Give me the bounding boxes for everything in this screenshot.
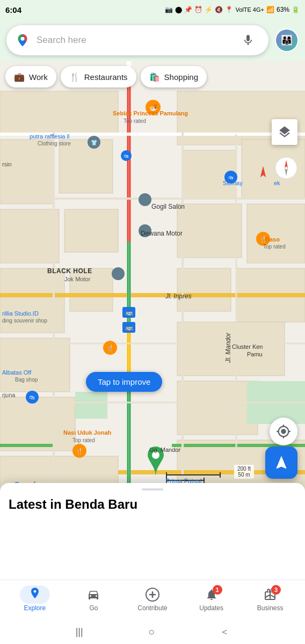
bottom-sheet-title: Latest in Benda Baru [0,497,305,521]
bottom-sheet-handle [142,488,163,491]
search-input[interactable]: Search here [37,35,230,46]
business-badge: 3 [271,585,281,595]
svg-rect-10 [177,204,242,258]
status-bar: 6:04 📷 ⬤ 📌 ⏰ ⚡ 🔇 📍 VolTE 4G+ 📶 63% 🔋 [0,0,305,19]
profile-avatar[interactable]: 👨‍👩‍👧 [275,28,299,52]
scale-bar: 200 ft 50 m [234,465,254,479]
compass-icon[interactable] [275,157,297,179]
pill-work[interactable]: 💼 Work [5,66,56,87]
pill-work-label: Work [29,72,48,82]
svg-point-66 [152,451,159,459]
svg-rect-19 [177,381,258,435]
go-icon [86,587,101,602]
battery-icon: 🔋 [292,6,300,13]
search-bar: Search here 👨‍👩‍👧 [0,19,305,61]
home-button[interactable]: ○ [148,626,155,638]
svg-text:🍴: 🍴 [259,235,267,243]
svg-point-0 [21,37,25,41]
location-button[interactable] [270,418,297,445]
bluetooth-icon: ⚡ [205,6,213,13]
nav-business-label: Business [257,604,284,612]
svg-rect-16 [0,338,70,392]
category-pills: 💼 Work 🍴 Restaurants 🛍️ Shopping [0,61,305,92]
nav-contribute-label: Contribute [137,604,167,612]
svg-text:🚌: 🚌 [125,323,133,331]
svg-point-59 [112,267,125,280]
svg-text:👕: 👕 [91,139,98,146]
svg-rect-18 [177,322,285,376]
pill-restaurants-label: Restaurants [84,72,128,82]
svg-rect-14 [177,268,231,311]
svg-rect-3 [0,140,54,204]
home-indicator: ||| ○ ＜ [0,619,305,644]
svg-rect-17 [0,397,75,451]
battery-text: 63% [277,6,289,13]
svg-text:🚌: 🚌 [125,308,133,316]
svg-rect-2 [0,91,118,134]
nav-go-label: Go [89,604,98,612]
nav-item-updates[interactable]: 1 Updates [182,587,241,612]
mute-icon: 🔇 [215,6,223,13]
nav-explore-label: Explore [24,604,46,612]
shopping-icon: 🛍️ [149,72,160,82]
svg-text:🛍: 🛍 [229,175,234,180]
pill-shopping-label: Shopping [164,72,198,82]
restaurants-icon: 🍴 [69,72,80,82]
signal-icon: 📶 [266,6,274,13]
svg-rect-8 [0,209,59,263]
svg-text:🛍: 🛍 [30,394,35,400]
search-input-container[interactable]: Search here [6,25,268,55]
instagram-icon: 📷 [165,6,173,13]
status-time: 6:04 [5,5,21,14]
mic-icon[interactable] [236,28,260,52]
location-icon: 📍 [225,6,233,13]
explore-icon [27,587,42,602]
layers-button[interactable] [272,119,297,145]
svg-text:🍴: 🍴 [76,447,83,455]
bottom-navigation: Explore Go Contribute [0,580,305,644]
recents-icon: ||| [76,626,83,638]
status-icons: 📷 ⬤ 📌 ⏰ ⚡ 🔇 📍 VolTE 4G+ 📶 63% 🔋 [165,6,300,13]
bbm-icon: ⬤ [175,6,182,13]
business-icon: 3 [263,587,278,602]
svg-rect-22 [75,392,107,419]
maps-logo-icon [15,33,30,48]
nav-item-go[interactable]: Go [64,587,124,612]
updates-icon: 1 [204,587,219,602]
home-icon: ○ [148,626,155,638]
updates-badge: 1 [213,585,222,595]
svg-rect-4 [59,140,113,193]
recents-button[interactable]: ||| [76,626,83,638]
pill-shopping[interactable]: 🛍️ Shopping [141,66,207,87]
alarm-icon: ⏰ [194,6,202,13]
back-button[interactable]: ＜ [220,625,229,638]
contribute-icon [145,587,160,602]
nav-item-explore[interactable]: Explore [5,587,64,612]
map-container[interactable]: 🚌 🚌 🍜 👕 🛍 🛍 [0,0,305,504]
tap-to-improve-button[interactable]: Tap to improve [86,372,162,392]
svg-point-55 [139,193,151,206]
svg-rect-9 [64,209,118,252]
svg-text:🍜: 🍜 [149,104,157,112]
nav-updates-label: Updates [199,604,223,612]
navigate-fab-button[interactable] [265,447,297,479]
bottom-sheet: Latest in Benda Baru [0,483,305,580]
svg-text:🛍: 🛍 [124,153,129,159]
svg-point-56 [139,224,151,237]
svg-rect-11 [247,204,305,263]
svg-rect-13 [70,268,113,311]
pill-restaurants[interactable]: 🍴 Restaurants [61,66,136,87]
pinterest-icon: 📌 [184,6,192,13]
back-icon: ＜ [220,625,229,638]
network-text: VolTE 4G+ [235,6,264,13]
bottom-nav-items: Explore Go Contribute [0,580,305,619]
nav-item-business[interactable]: 3 Business [241,587,300,612]
svg-text:🍴: 🍴 [106,344,114,352]
nav-item-contribute[interactable]: Contribute [123,587,182,612]
work-icon: 💼 [14,72,25,82]
